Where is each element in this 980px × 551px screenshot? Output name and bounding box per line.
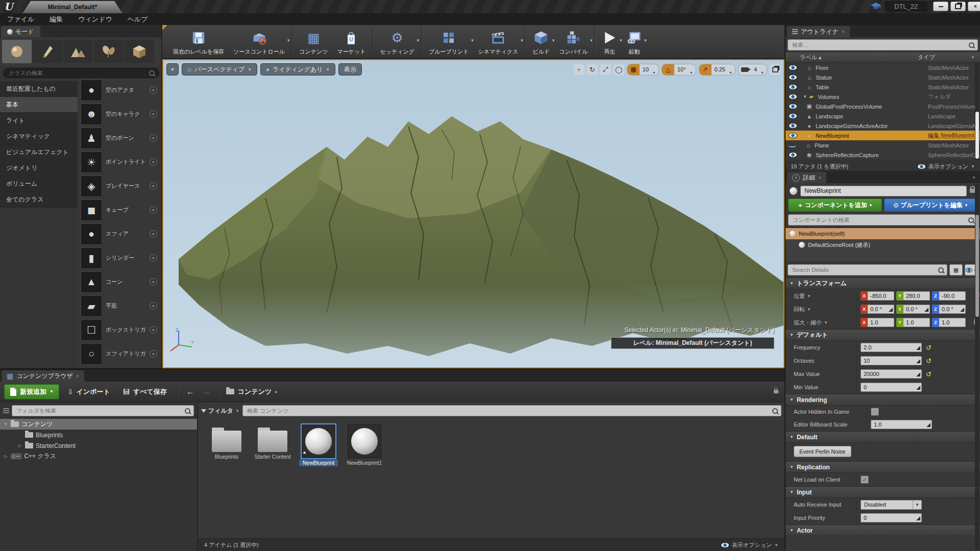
position-x-field[interactable]: -850.0	[868, 291, 894, 300]
outliner-row[interactable]: ⌂ Table StaticMeshActor	[786, 82, 980, 92]
expander-icon[interactable]: ▼	[802, 94, 807, 99]
property-value-field[interactable]: 0	[861, 383, 922, 392]
outliner-row[interactable]: ⌂ Plane StaticMeshActor	[786, 140, 980, 150]
viewport[interactable]: ▼ ◇ パースペクティブ ▼ ● ライティングあり ▼ 表示 + ↻ ⤢ ◯ ▦…	[162, 59, 785, 368]
grid-snap-control[interactable]: ▦ 10 ▼	[627, 64, 659, 76]
section-default-event[interactable]: ▼Default	[786, 431, 980, 443]
drag-grip-icon[interactable]: ●	[150, 350, 157, 358]
mode-category-item[interactable]: ライト	[0, 113, 78, 129]
input-priority-field[interactable]: 0	[861, 513, 922, 522]
mode-category-item[interactable]: シネマティック	[0, 129, 78, 144]
tree-row[interactable]: ▷ StarterContent	[0, 440, 197, 451]
edit-blueprint-button[interactable]: ⚙ ブループリントを編集 ▼	[884, 198, 978, 212]
section-rendering[interactable]: ▼Rendering	[786, 394, 980, 406]
reset-property-icon[interactable]: ↺	[926, 370, 932, 378]
drag-grip-icon[interactable]: ●	[150, 326, 157, 334]
column-label[interactable]: ラベル ▴	[786, 54, 918, 61]
dropdown-caret-icon[interactable]: ▼	[644, 38, 648, 43]
mode-category-item[interactable]: 最近配置したもの	[0, 81, 78, 97]
reset-property-icon[interactable]: ↺	[926, 357, 932, 365]
close-button[interactable]: ×	[968, 2, 980, 11]
outliner-row[interactable]: ⌂ Statue StaticMeshActor	[786, 72, 980, 82]
minimize-button[interactable]	[933, 2, 948, 11]
add-new-button[interactable]: 新規追加 ▼	[4, 384, 59, 399]
auto-receive-input-dropdown[interactable]: Disabled ▼	[861, 500, 922, 510]
rotation-z-field[interactable]: 0.0 °	[939, 305, 966, 314]
outliner-row[interactable]: ● LandscapeGizmoActiveActor LandscapeGiz…	[786, 121, 980, 131]
back-button[interactable]: ←	[184, 387, 197, 396]
tab-details[interactable]: i 詳細 ×	[787, 172, 826, 183]
component-row[interactable]: NewBlueprint(self)	[786, 228, 980, 239]
maximize-viewport-button[interactable]	[770, 64, 780, 75]
close-tab-icon[interactable]: ×	[818, 174, 821, 181]
tree-row[interactable]: ▷ C++ C++ クラス	[0, 451, 197, 462]
mode-category-item[interactable]: 全てのクラス	[0, 192, 78, 208]
scale-tool-button[interactable]: ⤢	[600, 64, 611, 75]
menu-window[interactable]: ウィンドウ	[78, 15, 112, 24]
details-scrollbar[interactable]	[975, 184, 979, 550]
dropdown-caret-icon[interactable]: ▼	[590, 38, 594, 43]
asset-tile[interactable]: * NewBlueprint1	[345, 424, 384, 466]
asset-tile[interactable]: * NewBlueprint	[299, 424, 338, 466]
tree-row[interactable]: ▼ コンテンツ	[0, 419, 197, 430]
placeable-item[interactable]: ○ スフィアトリガ ●	[78, 342, 161, 366]
mode-paint-button[interactable]	[33, 40, 62, 63]
actor-hidden-checkbox[interactable]	[871, 408, 879, 416]
placeable-item[interactable]: ▲ コーン ●	[78, 270, 161, 294]
panel-menu-icon[interactable]: ▼	[972, 176, 976, 180]
component-search-input[interactable]	[792, 216, 965, 223]
dropdown-caret-icon[interactable]: ▼	[520, 38, 524, 43]
mode-place-button[interactable]	[2, 40, 32, 63]
menu-help[interactable]: ヘルプ	[128, 15, 148, 24]
asset-search-box[interactable]	[242, 405, 781, 416]
section-input[interactable]: ▼Input	[786, 486, 980, 498]
drag-grip-icon[interactable]: ●	[150, 86, 157, 94]
lock-icon[interactable]	[970, 189, 975, 193]
drag-grip-icon[interactable]: ●	[150, 302, 157, 310]
expander-icon[interactable]: ▷	[17, 443, 22, 448]
content-view-options-button[interactable]: 表示オプション ▼	[721, 541, 778, 549]
rotation-y-field[interactable]: 0.0 °	[903, 305, 930, 314]
folder-search-input[interactable]	[15, 407, 182, 414]
scale-z-field[interactable]: 1.0	[939, 318, 966, 327]
camera-speed-control[interactable]: 4 ▼	[738, 64, 767, 76]
filters-button[interactable]: フィルタ ▼	[201, 407, 239, 415]
breadcrumb[interactable]: コンテンツ ▸	[226, 387, 278, 396]
camera-speed-caret-icon[interactable]: ▼	[761, 71, 767, 75]
outliner-row[interactable]: ◉ SphereReflectionCapture SphereReflecti…	[786, 150, 980, 160]
drag-grip-icon[interactable]: ●	[150, 254, 157, 262]
scale-y-field[interactable]: 1.0	[903, 318, 930, 327]
sources-toggle-icon[interactable]	[3, 408, 9, 409]
placeable-item[interactable]: ● 空のアクタ ●	[78, 78, 161, 102]
visibility-eye-icon[interactable]	[789, 123, 797, 129]
level-indicator[interactable]: レベル: Minimal_Default (パーシスタント)	[611, 337, 774, 349]
component-row[interactable]: DefaultSceneRoot (継承)	[786, 239, 980, 251]
outliner-row[interactable]: ⌂ Floor StaticMeshActor	[786, 63, 980, 72]
compile-button[interactable]: コンパイル ▼	[554, 25, 592, 58]
property-value-field[interactable]: 2.0	[861, 343, 922, 352]
angle-snap-control[interactable]: △ 10° ▼	[662, 64, 696, 76]
event-perlin-noise-button[interactable]: Event Perlin Noise	[794, 446, 851, 457]
close-tab-icon[interactable]: ×	[842, 29, 845, 35]
blueprints-button[interactable]: ブループリント ▼	[424, 25, 474, 58]
outliner-row[interactable]: ▣ GlobalPostProcessVolume PostProcessVol…	[786, 102, 980, 111]
visibility-eye-icon[interactable]	[789, 84, 797, 90]
lock-content-icon[interactable]	[774, 390, 778, 393]
move-tool-button[interactable]: +	[574, 64, 584, 75]
expander-icon[interactable]: ▷	[3, 454, 8, 459]
drag-grip-icon[interactable]: ●	[150, 134, 157, 142]
placeable-item[interactable]: ☐ ボックストリガ ●	[78, 318, 161, 342]
placeable-item[interactable]: ♟ 空のポーン ●	[78, 126, 161, 150]
property-value-field[interactable]: 20000	[861, 369, 922, 379]
world-space-button[interactable]: ◯	[614, 64, 624, 75]
placeable-item[interactable]: ▮ シリンダー ●	[78, 246, 161, 270]
grid-snap-caret-icon[interactable]: ▼	[652, 71, 658, 75]
billboard-scale-field[interactable]: 1.0	[871, 420, 932, 429]
mode-category-item[interactable]: ビジュアルエフェクト	[0, 144, 78, 160]
outliner-search-box[interactable]	[788, 39, 978, 51]
asset-tile[interactable]: * Blueprints	[207, 424, 246, 466]
placeable-item[interactable]: ▰ 平面 ●	[78, 294, 161, 318]
restore-button[interactable]	[950, 2, 966, 11]
details-search-box[interactable]	[788, 264, 947, 276]
level-tab[interactable]: Minimal_Default*	[22, 1, 122, 13]
